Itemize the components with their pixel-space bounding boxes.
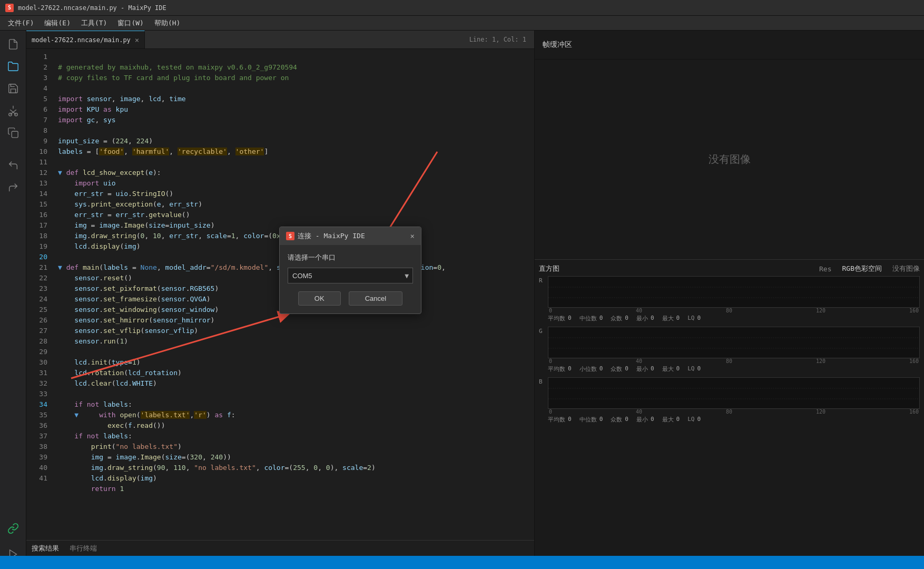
dialog-title-left: S 连接 - MaixPy IDE: [286, 231, 365, 241]
dialog-app-icon: S: [286, 232, 294, 240]
dialog-cancel-button[interactable]: Cancel: [349, 291, 402, 306]
active-tab[interactable]: model-27622.nncase/main.py ×: [26, 31, 145, 48]
no-image-small: 没有图像: [892, 264, 920, 273]
dialog-ok-button[interactable]: OK: [298, 291, 341, 306]
g-channel-label: G: [539, 328, 545, 335]
dialog-prompt: 请选择一个串口: [288, 253, 413, 262]
image-display-area: 没有图像: [535, 60, 924, 260]
link-icon[interactable]: [4, 519, 23, 538]
search-results-tab[interactable]: 搜索结果: [32, 544, 59, 553]
r-x-labels: 04080120160: [548, 308, 920, 313]
new-file-icon[interactable]: [4, 35, 23, 54]
r-channel-label: R: [539, 277, 545, 284]
menu-edit[interactable]: 编辑(E): [39, 16, 75, 30]
line-numbers: 1 2 3 4 5 6 7 8 9 10 11 12 13 14 15 16 1…: [26, 49, 53, 562]
svg-rect-5: [12, 131, 18, 138]
left-sidebar: [0, 31, 26, 569]
copy-icon[interactable]: [4, 123, 23, 142]
port-select-wrapper: COM5 ▼: [288, 268, 413, 283]
title-bar: S model-27622.nncase/main.py - MaixPy ID…: [0, 0, 924, 16]
port-select[interactable]: COM5: [288, 268, 413, 283]
connect-dialog: S 连接 - MaixPy IDE × 请选择一个串口 COM5 ▼ OK Ca…: [279, 227, 421, 314]
folder-icon[interactable]: [4, 57, 23, 76]
main-layout: model-27622.nncase/main.py × Line: 1, Co…: [0, 31, 924, 569]
b-histogram-canvas: [548, 377, 920, 409]
menu-help[interactable]: 帮助(H): [149, 16, 185, 30]
status-bar: [0, 556, 924, 569]
right-panel: 帧缓冲区 没有图像 直方图 Res RGB色彩空间 没有图像 R: [534, 31, 924, 569]
app-icon: S: [5, 4, 14, 12]
redo-icon[interactable]: [4, 178, 23, 197]
menu-tools[interactable]: 工具(T): [76, 16, 112, 30]
b-channel-label: B: [539, 378, 545, 385]
serial-terminal-tab[interactable]: 串行终端: [70, 544, 97, 553]
frame-buffer-label: 帧缓冲区: [543, 40, 572, 50]
r-histogram-canvas: [548, 276, 920, 308]
b-stats: 平均数0 中位数0 众数0 最小0 最大0 LQ0: [548, 416, 920, 424]
dialog-title-bar: S 连接 - MaixPy IDE ×: [280, 227, 421, 245]
g-histogram-canvas: [548, 327, 920, 358]
g-x-labels: 04080120160: [548, 358, 920, 364]
undo-icon[interactable]: [4, 156, 23, 175]
b-channel-histogram: B 04080120160: [539, 377, 920, 424]
bottom-panel: 搜索结果 串行终端: [26, 540, 534, 556]
tab-label: model-27622.nncase/main.py: [32, 36, 131, 44]
frame-buffer-area: 帧缓冲区: [535, 31, 924, 60]
res-label: Res: [819, 265, 831, 273]
tab-bar: model-27622.nncase/main.py × Line: 1, Co…: [26, 31, 534, 49]
cut-icon[interactable]: [4, 101, 23, 120]
dialog-body: 请选择一个串口 COM5 ▼ OK Cancel: [280, 245, 421, 313]
menu-bar: 文件(F) 编辑(E) 工具(T) 窗口(W) 帮助(H): [0, 16, 924, 31]
histogram-label: 直方图: [539, 264, 559, 273]
r-channel-histogram: R 04080120160: [539, 276, 920, 322]
title-text: model-27622.nncase/main.py - MaixPy IDE: [18, 4, 166, 12]
tab-close-button[interactable]: ×: [135, 36, 139, 44]
g-channel-histogram: G 04080120160: [539, 327, 920, 373]
dialog-title: 连接 - MaixPy IDE: [298, 231, 365, 241]
g-stats: 平均数0 小位数0 众数0 最小0 最大0 LQ0: [548, 365, 920, 373]
save-icon[interactable]: [4, 79, 23, 98]
dialog-close-button[interactable]: ×: [410, 232, 415, 240]
no-image-text: 没有图像: [709, 152, 751, 166]
histogram-header: 直方图 Res RGB色彩空间 没有图像: [539, 264, 920, 273]
histogram-area: 直方图 Res RGB色彩空间 没有图像 R: [535, 260, 924, 569]
status-position: Line: 1, Col: 1: [469, 31, 534, 48]
b-x-labels: 04080120160: [548, 409, 920, 415]
color-space-label: RGB色彩空间: [842, 264, 882, 273]
dialog-buttons: OK Cancel: [288, 291, 413, 306]
menu-window[interactable]: 窗口(W): [112, 16, 149, 30]
menu-file[interactable]: 文件(F): [3, 16, 39, 30]
r-stats: 平均数0 中位数0 众数0 最小0 最大0 LQ0: [548, 315, 920, 322]
